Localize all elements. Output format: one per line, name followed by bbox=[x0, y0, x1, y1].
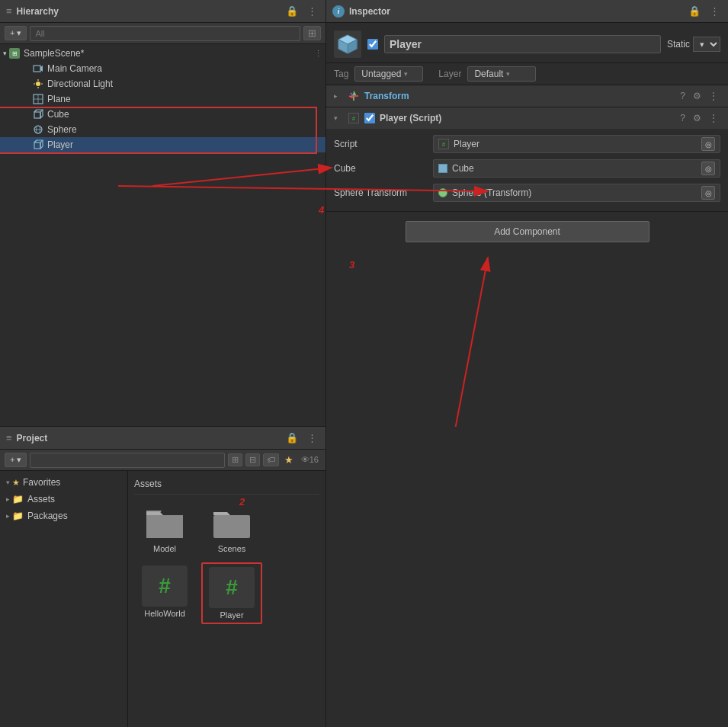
sidebar-item-favorites[interactable]: ▾ ★ Favorites bbox=[0, 474, 127, 491]
static-row: Static ▾ bbox=[667, 37, 720, 52]
hierarchy-search-input[interactable] bbox=[30, 26, 300, 41]
inspector-title: Inspector bbox=[349, 6, 390, 17]
project-search-input[interactable] bbox=[30, 453, 224, 468]
hierarchy-view-btn[interactable]: ⊞ bbox=[303, 26, 321, 40]
script-component-icon: # bbox=[348, 112, 360, 124]
field-row-script: Script # Player ◎ bbox=[334, 132, 720, 156]
project-content: ▾ ★ Favorites ▸ 📁 Assets ▸ 📁 Packa bbox=[0, 471, 326, 727]
hierarchy-label-cube: Cube bbox=[47, 109, 69, 120]
script-field-text: Player bbox=[454, 139, 479, 149]
asset-item-model[interactable]: Model bbox=[134, 501, 195, 556]
svg-rect-22 bbox=[213, 515, 250, 538]
project-badge-btn[interactable]: 👁16 bbox=[299, 455, 321, 465]
cube-field-label: Cube bbox=[334, 163, 433, 174]
sphere-field-text: Sphere (Transform) bbox=[452, 187, 531, 198]
tag-dropdown[interactable]: Untagged ▾ bbox=[354, 66, 423, 82]
hierarchy-item-sphere[interactable]: Sphere bbox=[0, 122, 326, 137]
transform-more-btn[interactable]: ⋮ bbox=[707, 90, 720, 102]
field-row-cube: Cube Cube ◎ bbox=[334, 156, 720, 181]
favorites-label: Favorites bbox=[23, 477, 60, 488]
tag-layer-row: Tag Untagged ▾ Layer Default ▾ bbox=[326, 63, 728, 85]
sidebar-item-assets[interactable]: ▸ 📁 Assets bbox=[0, 491, 127, 508]
add-component-btn[interactable]: Add Component bbox=[406, 221, 649, 242]
tag-value: Untagged bbox=[361, 69, 401, 79]
scene-name: SampleScene* bbox=[24, 48, 84, 59]
assets-path: Assets bbox=[134, 477, 319, 495]
script-settings-btn[interactable]: ⚙ bbox=[691, 112, 704, 124]
asset-item-scenes[interactable]: Scenes bbox=[201, 501, 262, 556]
project-fav-btn[interactable]: ★ bbox=[282, 454, 296, 466]
transform-component-header[interactable]: ▸ Transform ? ⚙ ⋮ bbox=[326, 85, 728, 107]
hierarchy-item-player[interactable]: Player bbox=[0, 137, 326, 152]
helloworld-label: HelloWorld bbox=[144, 609, 185, 618]
hierarchy-add-btn[interactable]: + ▾ bbox=[5, 26, 27, 40]
scene-icon: ⊞ bbox=[9, 48, 20, 59]
model-folder-icon bbox=[142, 504, 188, 542]
cube-field-icon bbox=[438, 164, 447, 173]
project-more-btn[interactable]: ⋮ bbox=[305, 432, 319, 444]
inspector-more-btn[interactable]: ⋮ bbox=[707, 5, 722, 17]
light-icon bbox=[32, 78, 44, 90]
hierarchy-label-player: Player bbox=[47, 139, 73, 150]
project-lock-btn[interactable]: 🔒 bbox=[284, 432, 300, 444]
asset-item-helloworld[interactable]: # HelloWorld bbox=[134, 562, 195, 624]
svg-rect-0 bbox=[34, 66, 40, 72]
cube-icon-hier bbox=[32, 108, 44, 120]
scene-menu-btn[interactable]: ⋮ bbox=[314, 49, 322, 59]
annotation-3: 3 bbox=[349, 259, 354, 271]
sphere-field-value[interactable]: Sphere (Transform) ◎ bbox=[433, 184, 720, 202]
hierarchy-item-main-camera[interactable]: Main Camera bbox=[0, 61, 326, 76]
hierarchy-label-directional-light: Directional Light bbox=[47, 78, 113, 89]
player-script-component-header[interactable]: ▾ # Player (Script) ? ⚙ ⋮ bbox=[326, 107, 728, 129]
script-pick-btn[interactable]: ◎ bbox=[701, 137, 715, 151]
hierarchy-content: ▾ ⊞ SampleScene* ⋮ Main bbox=[0, 44, 326, 426]
player-script-label: Player bbox=[220, 610, 243, 620]
project-panel: ≡ Project 🔒 ⋮ + ▾ ⊞ ⊟ 🏷 ★ bbox=[0, 427, 326, 727]
project-assets-area: Assets bbox=[128, 471, 326, 727]
assets-grid: Model bbox=[134, 501, 319, 624]
player-script-component: ▾ # Player (Script) ? ⚙ ⋮ bbox=[326, 107, 728, 212]
script-more-btn[interactable]: ⋮ bbox=[707, 112, 720, 124]
project-2col-btn[interactable]: ⊟ bbox=[245, 453, 260, 466]
tag-label: Tag bbox=[334, 69, 348, 79]
transform-arrow: ▸ bbox=[334, 92, 343, 100]
annotation-2: 2 bbox=[239, 496, 245, 508]
hierarchy-item-plane[interactable]: Plane bbox=[0, 91, 326, 107]
static-dropdown[interactable]: ▾ bbox=[693, 37, 720, 52]
cube-field-value[interactable]: Cube ◎ bbox=[433, 159, 720, 178]
script-field-value[interactable]: # Player ◎ bbox=[433, 135, 720, 153]
transform-label: Transform bbox=[364, 91, 409, 101]
sidebar-item-packages[interactable]: ▸ 📁 Packages bbox=[0, 508, 127, 524]
player-icon-hier bbox=[32, 139, 44, 151]
hierarchy-item-cube[interactable]: Cube bbox=[0, 107, 326, 122]
hierarchy-more-btn[interactable]: ⋮ bbox=[305, 5, 319, 17]
script-help-btn[interactable]: ? bbox=[678, 112, 688, 124]
inspector-lock-btn[interactable]: 🔒 bbox=[686, 5, 703, 17]
project-add-btn[interactable]: + ▾ bbox=[5, 453, 27, 467]
asset-item-player-script[interactable]: # Player bbox=[201, 562, 262, 624]
cube-pick-btn[interactable]: ◎ bbox=[701, 162, 715, 175]
script-field-label: Script bbox=[334, 139, 433, 149]
static-label: Static bbox=[667, 39, 690, 50]
inspector-content: Static ▾ Tag Untagged ▾ Layer De bbox=[326, 23, 728, 727]
script-hash-icon: # bbox=[348, 113, 359, 123]
scenes-folder-icon bbox=[209, 504, 255, 542]
layer-dropdown[interactable]: Default ▾ bbox=[467, 66, 536, 82]
object-header: Static ▾ bbox=[326, 26, 728, 63]
hierarchy-item-directional-light[interactable]: Directional Light bbox=[0, 76, 326, 91]
sphere-pick-btn[interactable]: ◎ bbox=[701, 186, 715, 200]
object-name-field[interactable] bbox=[384, 35, 661, 53]
script-fields: Script # Player ◎ Cube bbox=[326, 129, 728, 211]
project-show-in-finder-btn[interactable]: ⊞ bbox=[228, 453, 242, 466]
project-tag-btn[interactable]: 🏷 bbox=[263, 453, 279, 466]
script-enabled-checkbox[interactable] bbox=[364, 113, 375, 123]
project-menu-icon: ≡ bbox=[6, 432, 12, 444]
project-panel-header: ≡ Project 🔒 ⋮ bbox=[0, 427, 326, 450]
player-script-icon: # bbox=[209, 567, 255, 608]
transform-settings-btn[interactable]: ⚙ bbox=[691, 90, 704, 102]
transform-help-btn[interactable]: ? bbox=[678, 90, 688, 102]
scene-root-item[interactable]: ▾ ⊞ SampleScene* ⋮ bbox=[0, 46, 326, 61]
object-enabled-checkbox[interactable] bbox=[367, 39, 378, 50]
hierarchy-label-main-camera: Main Camera bbox=[47, 63, 102, 74]
hierarchy-lock-btn[interactable]: 🔒 bbox=[284, 5, 300, 17]
